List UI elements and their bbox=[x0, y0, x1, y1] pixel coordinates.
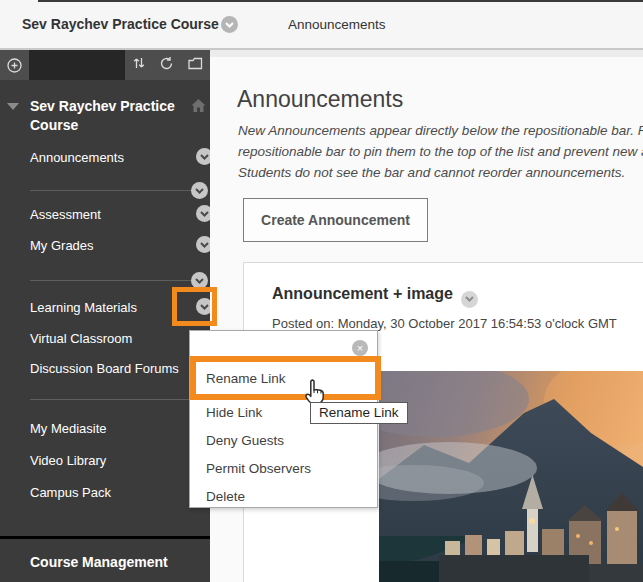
announcement-title-text: Announcement + image bbox=[272, 285, 453, 302]
rename-link-tooltip: Rename Link bbox=[310, 402, 408, 424]
top-border-line bbox=[38, 0, 643, 2]
description-line: New Announcements appear directly below … bbox=[238, 120, 643, 141]
breadcrumb[interactable]: Announcements bbox=[288, 17, 386, 32]
course-title: Sev Raychev Practice Course bbox=[22, 16, 219, 32]
folder-icon[interactable] bbox=[188, 56, 203, 74]
sidebar-item-my-mediasite[interactable]: My Mediasite bbox=[0, 421, 210, 436]
sidebar-item-video-library[interactable]: Video Library bbox=[0, 453, 210, 468]
sidebar-course-title[interactable]: Sev Raychev Practice Course bbox=[30, 97, 182, 135]
sidebar-toolbar-right bbox=[125, 50, 210, 80]
course-menu-chevron-icon[interactable] bbox=[221, 16, 238, 33]
highlight-box-chevron bbox=[172, 287, 217, 326]
sidebar-course-title-row: Sev Raychev Practice Course bbox=[0, 97, 210, 135]
announcement-title: Announcement + image bbox=[272, 285, 478, 308]
announcement-chevron-icon[interactable] bbox=[461, 291, 478, 308]
sidebar-item-label: Learning Materials bbox=[30, 300, 137, 315]
close-icon[interactable]: × bbox=[352, 340, 368, 356]
collapse-caret-icon[interactable] bbox=[7, 103, 19, 110]
highlight-box-rename-link bbox=[190, 356, 381, 400]
sidebar-item-label: Assessment bbox=[30, 207, 101, 222]
page-description: New Announcements appear directly below … bbox=[238, 120, 643, 183]
description-line: repositionable bar to pin them to the to… bbox=[238, 141, 643, 162]
refresh-icon[interactable] bbox=[159, 56, 174, 75]
sidebar-toolbar bbox=[0, 50, 210, 80]
page-title: Announcements bbox=[237, 86, 403, 113]
blackboard-page: Sev Raychev Practice Course Announcement… bbox=[0, 0, 643, 582]
sidebar-item-label: My Mediasite bbox=[30, 421, 107, 436]
sidebar-item-campus-pack[interactable]: Campus Pack bbox=[0, 485, 210, 500]
sidebar-item-assessment[interactable]: Assessment bbox=[0, 207, 210, 222]
menu-divider bbox=[30, 190, 202, 191]
plus-circle-icon bbox=[7, 58, 22, 73]
menu-item-hide-link[interactable]: Hide Link bbox=[206, 405, 262, 420]
course-management-heading[interactable]: Course Management bbox=[30, 554, 168, 570]
content-top-strip bbox=[210, 50, 643, 57]
menu-divider bbox=[30, 399, 202, 400]
reorder-icon[interactable] bbox=[132, 56, 146, 74]
sidebar-item-my-grades[interactable]: My Grades bbox=[0, 238, 210, 253]
menu-item-delete[interactable]: Delete bbox=[206, 489, 245, 504]
section-divider bbox=[0, 536, 210, 539]
add-menu-item-button[interactable] bbox=[0, 50, 29, 80]
menu-divider bbox=[30, 280, 202, 281]
home-icon[interactable] bbox=[190, 98, 207, 117]
sidebar-item-label: Announcements bbox=[30, 150, 124, 165]
sidebar-item-label: Video Library bbox=[30, 453, 106, 468]
top-bar: Sev Raychev Practice Course Announcement… bbox=[0, 0, 643, 50]
sidebar-item-announcements[interactable]: Announcements bbox=[0, 150, 210, 165]
sidebar-item-label: Campus Pack bbox=[30, 485, 111, 500]
announcement-image bbox=[379, 371, 643, 582]
sidebar-item-virtual-classroom[interactable]: Virtual Classroom bbox=[0, 331, 210, 346]
sidebar-item-discussion-board-forums[interactable]: Discussion Board Forums bbox=[0, 361, 210, 376]
description-line: Students do not see the bar and cannot r… bbox=[238, 162, 643, 183]
chevron-down-icon[interactable] bbox=[191, 182, 208, 199]
sidebar-item-label: Discussion Board Forums bbox=[30, 361, 179, 376]
announcement-posted-date: Posted on: Monday, 30 October 2017 16:54… bbox=[272, 316, 617, 331]
sidebar-item-label: Virtual Classroom bbox=[30, 331, 132, 346]
sidebar-item-label: My Grades bbox=[30, 238, 94, 253]
create-announcement-button[interactable]: Create Announcement bbox=[243, 198, 428, 242]
menu-item-permit-observers[interactable]: Permit Observers bbox=[206, 461, 311, 476]
menu-item-deny-guests[interactable]: Deny Guests bbox=[206, 433, 284, 448]
